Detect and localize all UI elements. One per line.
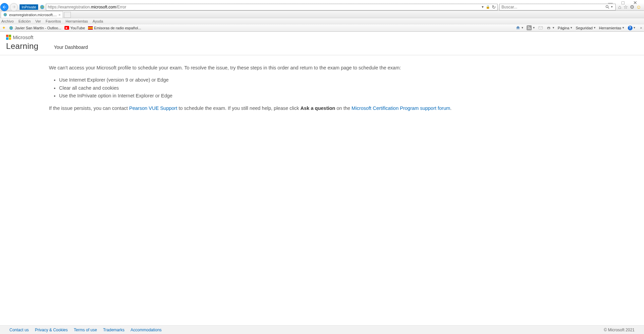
url-text-domain: microsoft.com	[91, 5, 116, 9]
cmd-read-mail[interactable]	[538, 25, 543, 30]
menu-favoritos[interactable]: Favoritos	[46, 19, 61, 23]
menu-ver[interactable]: Ver	[35, 19, 41, 23]
chevron-down-icon: ▼	[532, 26, 535, 29]
svg-rect-10	[539, 27, 542, 29]
settings-gear-icon[interactable]: ⚙	[630, 4, 634, 10]
menu-herramientas[interactable]: Herramientas	[66, 19, 88, 23]
inprivate-badge: InPrivate	[20, 4, 38, 10]
chevron-down-icon: ▼	[521, 26, 524, 29]
favorite-label: Emisoras de radio español...	[94, 26, 141, 30]
favorites-bar: ✦ Javier San Martín - Outloo... ▶ YouTub…	[0, 24, 644, 32]
svg-line-3	[608, 7, 609, 8]
tab-strip: examregistration.microsoft.... ×	[0, 11, 644, 18]
svg-point-0	[40, 5, 44, 9]
arrow-right-icon	[12, 5, 16, 9]
menu-ayuda[interactable]: Ayuda	[93, 19, 103, 23]
add-favorite-icon[interactable]: ✦	[2, 25, 6, 30]
tab-title: examregistration.microsoft....	[9, 13, 57, 17]
lock-icon[interactable]: 🔒	[486, 5, 490, 9]
url-right-controls: ▾ 🔒 ↻	[482, 4, 496, 10]
home-icon	[515, 25, 521, 30]
chevron-down-icon: ▼	[633, 26, 636, 29]
svg-point-2	[606, 5, 608, 8]
forward-button	[10, 3, 18, 11]
overflow-icon[interactable]: »	[640, 26, 642, 30]
spain-flag-icon	[88, 26, 93, 30]
cmd-herramientas[interactable]: Herramientas▼	[599, 26, 625, 30]
chrome-right-icons: ⌂ ☆ ⚙ ☺	[618, 4, 641, 10]
refresh-button[interactable]: ↻	[492, 4, 496, 10]
url-input[interactable]: https://examregistration.microsoft.com/E…	[46, 4, 497, 10]
menu-bar: Archivo Edición Ver Favoritos Herramient…	[0, 18, 644, 24]
help-icon: ?	[628, 26, 633, 30]
printer-icon	[546, 25, 551, 30]
svg-point-4	[4, 13, 7, 17]
ie-icon	[3, 12, 7, 17]
svg-point-9	[528, 28, 529, 29]
menu-archivo[interactable]: Archivo	[1, 19, 14, 23]
address-bar: InPrivate https://examregistration.micro…	[0, 3, 644, 11]
cmd-help[interactable]: ?▼	[628, 26, 636, 30]
feedback-smiley-icon[interactable]: ☺	[636, 4, 641, 10]
svg-rect-13	[548, 28, 550, 30]
search-placeholder: Buscar...	[502, 5, 517, 9]
search-input[interactable]: Buscar... ▼	[499, 4, 616, 10]
back-button[interactable]	[0, 3, 8, 11]
search-dropdown-icon[interactable]: ▼	[611, 5, 613, 8]
cmd-home[interactable]: ▼	[515, 25, 524, 30]
url-dropdown-icon[interactable]: ▾	[482, 5, 484, 9]
favorite-youtube[interactable]: ▶ YouTube	[64, 26, 85, 30]
url-text-prefix: https://examregistration.	[48, 5, 91, 9]
svg-point-6	[9, 26, 13, 30]
favorites-star-icon[interactable]: ☆	[623, 4, 628, 10]
new-tab-button[interactable]	[64, 12, 71, 18]
svg-rect-12	[548, 26, 550, 27]
svg-rect-8	[527, 25, 532, 30]
chevron-down-icon: ▼	[593, 26, 596, 29]
favorite-emisoras[interactable]: Emisoras de radio español...	[88, 26, 141, 30]
menu-edicion[interactable]: Edición	[19, 19, 31, 23]
ie-icon	[9, 26, 13, 30]
rss-icon	[527, 25, 532, 30]
favorite-outlook[interactable]: Javier San Martín - Outloo...	[9, 26, 61, 30]
home-icon[interactable]: ⌂	[618, 4, 621, 10]
window-controls: — □ ✕	[0, 0, 644, 3]
search-icon[interactable]	[605, 5, 610, 9]
url-text-suffix: /Error	[116, 5, 126, 9]
tab-active[interactable]: examregistration.microsoft.... ×	[1, 11, 63, 18]
chevron-down-icon: ▼	[622, 26, 625, 29]
arrow-left-icon	[2, 5, 7, 9]
youtube-icon: ▶	[64, 26, 69, 30]
favorite-label: Javier San Martín - Outloo...	[15, 26, 61, 30]
tab-close-button[interactable]: ×	[58, 13, 60, 17]
chevron-down-icon: ▼	[552, 26, 555, 29]
cmd-seguridad[interactable]: Seguridad▼	[576, 26, 596, 30]
favorite-label: YouTube	[71, 26, 85, 30]
chevron-down-icon: ▼	[570, 26, 573, 29]
cmd-print[interactable]: ▼	[546, 25, 555, 30]
mail-icon	[538, 25, 543, 30]
cmd-pagina[interactable]: Página▼	[558, 26, 572, 30]
cmd-feeds[interactable]: ▼	[527, 25, 535, 30]
ie-icon	[39, 4, 45, 10]
